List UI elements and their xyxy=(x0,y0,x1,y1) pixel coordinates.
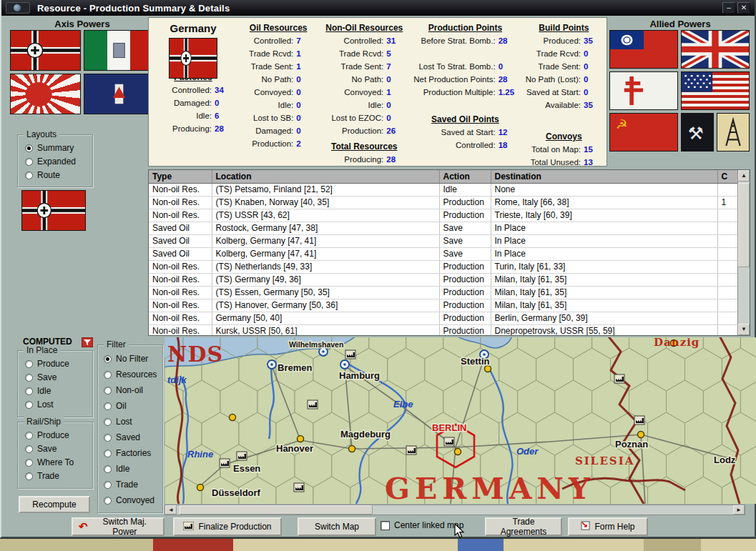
total-resources-header: Total Resources xyxy=(323,140,405,153)
factory-icon[interactable] xyxy=(345,350,355,359)
german-war-ensign[interactable] xyxy=(10,30,81,71)
table-row[interactable]: Saved OilRostock, Germany [47, 38]SaveIn… xyxy=(149,222,739,234)
rail-ship-option-save[interactable]: Save xyxy=(18,442,92,456)
checkbox-box-icon[interactable] xyxy=(381,521,390,530)
trade-agreements-button[interactable]: Trade Agreements xyxy=(485,517,562,536)
filter-option-no-filter[interactable]: No Filter xyxy=(98,351,162,367)
factory-icon[interactable] xyxy=(634,416,644,425)
resource-point[interactable] xyxy=(197,485,204,491)
layouts-option-summary[interactable]: Summary xyxy=(18,142,92,155)
table-row[interactable]: Non-oil Res.Germany [50, 40]ProductionBe… xyxy=(149,312,739,324)
usa-flag[interactable] xyxy=(681,71,750,110)
table-scrollbar[interactable]: ▲ ▼ xyxy=(737,170,750,335)
convoyed-value: 0 xyxy=(296,86,315,99)
finalize-production-button[interactable]: Finalize Production xyxy=(173,517,282,536)
filter-option-resources[interactable]: Resources xyxy=(98,367,162,382)
table-row[interactable]: Non-oil Res.(TS) Netherlands [49, 33]Pro… xyxy=(149,260,739,273)
svg-text:⚒: ⚒ xyxy=(688,124,704,144)
resource-point[interactable] xyxy=(638,432,644,438)
filter-option-factories[interactable]: Factories xyxy=(98,445,162,461)
ussr-flag[interactable]: ☭ xyxy=(609,113,678,152)
oil-derrick-tile[interactable] xyxy=(717,113,750,152)
oil-resources-no-path-stat: No Path:0 xyxy=(242,73,315,86)
map-scroll-track[interactable] xyxy=(177,505,733,515)
factory-icon[interactable] xyxy=(406,446,416,455)
table-row[interactable]: Non-oil Res.(TS) USSR [43, 62]Production… xyxy=(149,209,739,222)
production-value: 2 xyxy=(296,137,315,150)
table-row[interactable]: Non-oil Res.Kursk, USSR [50, 61]Producti… xyxy=(149,324,739,336)
table-row[interactable]: Non-oil Res.(TS) Hanover, Germany [50, 3… xyxy=(149,299,739,312)
scroll-right-icon[interactable]: ► xyxy=(733,505,745,515)
filter-option-lost[interactable]: Lost xyxy=(98,414,162,430)
china-flag[interactable] xyxy=(609,30,678,69)
close-button[interactable]: ✕ xyxy=(737,2,750,14)
table-row[interactable]: Non-oil Res.(TS) Knaben, Norway [40, 35]… xyxy=(149,196,739,209)
free-france-flag[interactable] xyxy=(609,71,678,110)
table-row[interactable]: Non-oil Res.(TS) Essen, Germany [50, 35]… xyxy=(149,286,739,299)
rail-ship-option-trade[interactable]: Trade xyxy=(18,470,92,483)
scroll-left-icon[interactable]: ◄ xyxy=(165,505,177,515)
in-place-option-lost[interactable]: Lost xyxy=(18,398,92,412)
computed-filter-icon[interactable] xyxy=(82,337,93,347)
rail-ship-option-where-to[interactable]: Where To xyxy=(18,456,92,470)
scrollbar-thumb[interactable] xyxy=(738,183,750,267)
filter-option-non-oil[interactable]: Non-oil xyxy=(98,382,162,398)
map-hscrollbar[interactable]: ◄ ► xyxy=(165,505,745,515)
factory-icon[interactable] xyxy=(308,400,318,409)
filter-option-oil[interactable]: Oil xyxy=(98,398,162,414)
uk-flag[interactable] xyxy=(681,30,750,69)
strategic-map[interactable]: WilhelmshavenBremenHamburgStettinHanover… xyxy=(165,337,756,504)
resource-point[interactable] xyxy=(298,436,304,442)
factory-icon[interactable] xyxy=(294,483,304,492)
filter-option-idle[interactable]: Idle xyxy=(98,461,162,477)
map-view[interactable]: WilhelmshavenBremenHamburgStettinHanover… xyxy=(165,337,756,504)
resource-point[interactable] xyxy=(230,415,236,421)
minimize-button[interactable]: – xyxy=(722,2,735,14)
resource-tile[interactable]: ⚒ xyxy=(681,113,714,152)
title-bar[interactable]: Resource - Production Summary & Details … xyxy=(1,0,755,16)
factory-icon[interactable] xyxy=(220,459,230,467)
c-cell: 1 xyxy=(717,196,739,209)
factory-icon[interactable] xyxy=(237,452,247,460)
radio-label: Summary xyxy=(37,142,74,155)
center-linked-map-checkbox[interactable]: Center linked map xyxy=(381,520,463,530)
scrollbar-track[interactable] xyxy=(738,182,750,324)
rail-ship-option-produce[interactable]: Produce xyxy=(18,429,92,442)
resource-point[interactable] xyxy=(349,446,355,452)
filter-option-trade[interactable]: Trade xyxy=(98,477,162,492)
map-scroll-thumb[interactable] xyxy=(180,505,373,515)
table-row[interactable]: Non-oil Res.(TS) Germany [49, 36]Product… xyxy=(149,273,739,286)
layouts-option-expanded[interactable]: Expanded xyxy=(18,155,92,169)
italy-flag[interactable] xyxy=(84,30,154,71)
non-oil-resources-lost-to-ezoc-stat: Lost to EZOC:0 xyxy=(323,111,405,124)
table-row[interactable]: Saved OilKolberg, Germany [47, 41]SaveIn… xyxy=(149,234,739,247)
scroll-up-icon[interactable]: ▲ xyxy=(738,170,750,182)
action-cell: Production xyxy=(439,286,491,299)
recompute-button[interactable]: Recompute xyxy=(19,496,90,513)
location-cell: (TS) USSR [43, 62] xyxy=(212,209,439,222)
switch-major-power-button[interactable]: ↶ Switch Maj. Power xyxy=(72,517,165,536)
in-place-option-produce[interactable]: Produce xyxy=(18,357,92,371)
form-help-button[interactable]: Form Help xyxy=(568,517,648,536)
scroll-down-icon[interactable]: ▼ xyxy=(738,324,750,335)
in-place-option-save[interactable]: Save xyxy=(18,371,92,384)
table-row[interactable]: Saved OilKolberg, Germany [47, 41]SaveIn… xyxy=(149,247,739,260)
producing-value: 28 xyxy=(386,153,405,166)
city-label-bremen: Bremen xyxy=(278,362,312,373)
table-row[interactable]: Non-oil Res.(TS) Petsamo, Finland [21, 5… xyxy=(149,183,739,196)
switch-map-button[interactable]: Switch Map xyxy=(298,517,376,536)
vichy-france-flag[interactable] xyxy=(84,74,154,114)
japan-naval-ensign[interactable] xyxy=(10,74,81,114)
non-oil-resources-trade-sent-stat: Trade Sent:7 xyxy=(323,60,405,73)
filter-option-convoyed[interactable]: Convoyed xyxy=(98,492,162,508)
filter-option-saved[interactable]: Saved xyxy=(98,430,162,445)
production-points-lost-to-strat-bomb-stat: Lost To Strat. Bomb.:0 xyxy=(413,60,516,73)
resource-point[interactable] xyxy=(455,449,461,455)
factory-icon[interactable] xyxy=(444,437,454,446)
layouts-option-route[interactable]: Route xyxy=(18,169,92,182)
factory-icon[interactable] xyxy=(614,374,624,383)
stat-label: Lost To Strat. Bomb.: xyxy=(418,60,495,73)
c-cell xyxy=(717,260,739,273)
in-place-option-idle[interactable]: Idle xyxy=(18,384,92,398)
location-cell: Germany [50, 40] xyxy=(212,312,439,324)
